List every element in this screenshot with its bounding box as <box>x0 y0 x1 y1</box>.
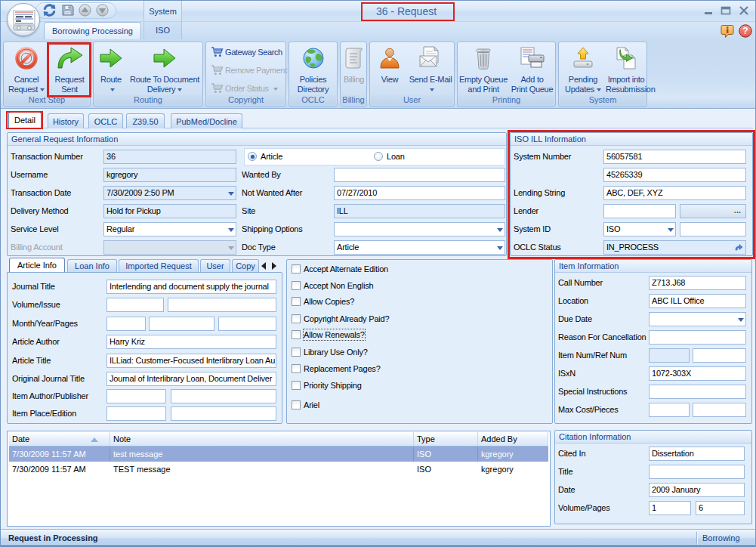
checkbox-allow-copies[interactable] <box>292 297 301 306</box>
site-field[interactable]: ILL <box>334 204 505 218</box>
tab-copyright[interactable]: Copy <box>232 259 259 272</box>
item-place-field[interactable] <box>106 406 166 421</box>
notes-col-type[interactable]: Type <box>414 432 478 447</box>
view-user-button[interactable]: View <box>372 44 407 97</box>
not-wanted-after-field[interactable]: 07/27/2010 <box>334 186 505 200</box>
notes-col-added-by[interactable]: Added By <box>478 432 548 447</box>
citation-volume-field[interactable]: 1 <box>649 501 691 515</box>
checkbox-replacement-pages[interactable] <box>292 364 301 373</box>
menu-tab-system[interactable]: System <box>143 1 182 22</box>
system-id-extra-field[interactable] <box>680 222 746 236</box>
volume-field[interactable] <box>106 298 164 312</box>
policies-directory-button[interactable]: Policies Directory <box>291 44 335 97</box>
checkbox-allow-renewals[interactable] <box>292 330 301 339</box>
journal-title-field[interactable]: Interlending and document supply the jou… <box>106 280 276 294</box>
request-sent-button[interactable]: Request Sent <box>48 44 91 97</box>
scroll-down-icon[interactable] <box>96 4 108 16</box>
year-field[interactable] <box>149 317 214 331</box>
dropdown-arrow-icon[interactable] <box>738 318 744 322</box>
item-edition-field[interactable] <box>171 406 276 421</box>
notes-row[interactable]: 7/30/2009 11:57 AM TEST message ISO kgre… <box>9 462 548 477</box>
due-date-combo[interactable] <box>649 312 746 326</box>
notes-col-date[interactable]: Date <box>9 432 110 447</box>
cancel-request-button[interactable]: Cancel Request <box>6 44 47 97</box>
lending-string-field[interactable]: ABC, DEF, XYZ <box>603 186 746 200</box>
transaction-date-field[interactable]: 7/30/2009 2:50 PM <box>103 186 236 200</box>
send-email-button[interactable]: Send E-Mail <box>408 44 453 97</box>
call-number-field[interactable]: Z713.J68 <box>649 276 746 290</box>
month-field[interactable] <box>106 317 146 331</box>
remove-payment-button[interactable]: Remove Payment <box>209 63 284 78</box>
issue-field[interactable] <box>168 298 276 312</box>
item-author-field[interactable] <box>106 389 166 403</box>
maximize-button[interactable] <box>720 6 732 15</box>
dropdown-arrow-icon[interactable] <box>497 246 503 250</box>
article-title-field[interactable]: ILLiad: Customer-Focused Interlibrary Lo… <box>106 354 276 368</box>
citation-date-field[interactable]: 2009 January <box>649 483 745 497</box>
save-icon[interactable] <box>61 4 73 16</box>
doc-type-combo[interactable]: Article <box>334 240 505 255</box>
service-level-combo[interactable]: Regular <box>103 222 236 236</box>
dropdown-arrow-icon[interactable] <box>668 228 674 232</box>
add-to-print-queue-button[interactable]: Add to Print Queue <box>509 44 555 97</box>
notes-col-note[interactable]: Note <box>110 432 414 447</box>
billing-button[interactable]: Billing <box>341 44 366 97</box>
checkbox-priority-shipping[interactable] <box>292 381 301 390</box>
dropdown-arrow-icon[interactable] <box>228 228 234 232</box>
item-publisher-field[interactable] <box>171 389 276 403</box>
ribbon-tab-iso[interactable]: ISO <box>143 22 182 39</box>
route-button[interactable]: Route <box>95 44 127 97</box>
tab-loan-info[interactable]: Loan Info <box>67 259 117 272</box>
original-journal-title-field[interactable]: Journal of Interlibrary Loan, Document D… <box>106 372 276 386</box>
gateway-search-button[interactable]: Gateway Search <box>209 45 284 60</box>
ref-num-field[interactable] <box>693 348 746 363</box>
order-status-button[interactable]: Order Status <box>209 81 284 96</box>
checkbox-ariel[interactable] <box>292 400 301 409</box>
tab-pubmed-docline[interactable]: PubMed/Docline <box>171 113 242 128</box>
tab-detail[interactable]: Detail <box>8 112 42 128</box>
transaction-number-field[interactable]: 36 <box>103 150 236 164</box>
help-icon[interactable]: ? <box>739 24 752 38</box>
system-number-field-2[interactable]: 45265339 <box>603 168 746 182</box>
tab-oclc[interactable]: OCLC <box>88 113 123 128</box>
checkbox-accept-non-english[interactable] <box>292 281 301 290</box>
pages-field[interactable] <box>218 317 276 331</box>
reason-cancellation-field[interactable] <box>649 330 746 345</box>
tab-scroll-right-icon[interactable] <box>272 262 276 270</box>
scroll-up-icon[interactable] <box>79 4 91 16</box>
isxn-field[interactable]: 1072-303X <box>649 366 746 381</box>
system-number-field-1[interactable]: 56057581 <box>603 150 746 164</box>
special-instructions-field[interactable] <box>649 385 746 399</box>
dropdown-arrow-icon[interactable] <box>497 228 503 232</box>
tab-user[interactable]: User <box>200 259 230 272</box>
import-resubmission-button[interactable]: Import into Resubmission <box>606 44 646 97</box>
lender-browse-button[interactable]: ... <box>680 204 746 218</box>
system-id-combo[interactable]: ISO <box>603 222 676 236</box>
checkbox-accept-alternate-edition[interactable] <box>292 264 301 274</box>
checkbox-copyright-already-paid[interactable] <box>292 314 301 323</box>
tab-article-info[interactable]: Article Info <box>9 258 65 272</box>
checkbox-library-use-only[interactable] <box>292 348 301 357</box>
tab-imported-request[interactable]: Imported Request <box>119 259 199 272</box>
lender-field[interactable] <box>603 204 676 218</box>
item-num-field[interactable] <box>649 348 690 363</box>
wanted-by-field[interactable] <box>334 168 505 182</box>
close-button[interactable] <box>738 6 750 15</box>
article-author-field[interactable]: Harry Kriz <box>106 335 276 349</box>
cited-in-field[interactable]: Dissertation <box>649 447 745 461</box>
open-status-icon[interactable] <box>734 243 743 252</box>
tab-history[interactable]: History <box>48 113 84 128</box>
delivery-method-field[interactable]: Hold for Pickup <box>103 204 236 218</box>
info-bubble-icon[interactable] <box>721 24 734 38</box>
shipping-options-combo[interactable] <box>334 222 505 236</box>
max-cost-field[interactable] <box>649 403 690 417</box>
radio-loan[interactable] <box>374 152 383 161</box>
minimize-button[interactable] <box>702 6 714 15</box>
ribbon-tab-borrowing-processing[interactable]: Borrowing Processing <box>44 22 141 39</box>
pieces-field[interactable] <box>693 403 746 417</box>
username-field[interactable]: kgregory <box>103 168 236 182</box>
tab-z3950[interactable]: Z39.50 <box>126 113 165 128</box>
location-field[interactable]: ABC ILL Office <box>649 294 746 308</box>
route-to-document-delivery-button[interactable]: Route To Document Delivery <box>127 44 202 97</box>
oclc-status-field[interactable]: IN_PROCESS <box>603 240 746 255</box>
